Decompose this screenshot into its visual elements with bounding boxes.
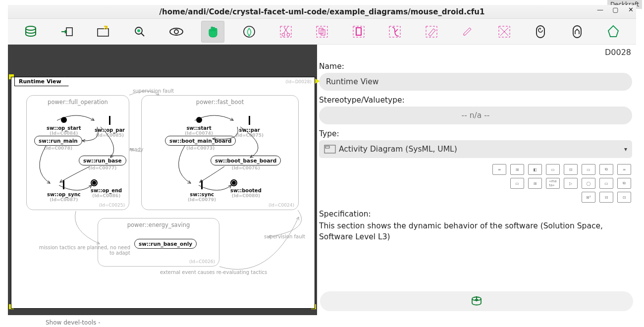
type-icon[interactable]: ≡ (492, 164, 506, 175)
main-window: /home/andi/Code/crystal-facet-uml-code/e… (8, 5, 636, 315)
type-icon[interactable]: ▭ (546, 164, 560, 175)
svg-rect-2 (98, 29, 108, 36)
type-icon[interactable]: ⊞ (510, 164, 524, 175)
diagram-canvas-area[interactable]: ▸ Runtime View (Id=D0028) power::full_op… (8, 45, 317, 315)
svg-rect-11 (317, 26, 327, 37)
type-icon[interactable]: «meta» (546, 178, 560, 189)
export-button[interactable] (55, 21, 79, 43)
edge-supervision-fault-2: supervision fault (264, 234, 305, 239)
paste-button[interactable] (347, 21, 371, 43)
db-button[interactable] (19, 21, 43, 43)
stereotype-field[interactable]: -- n/a -- (319, 107, 632, 124)
type-icon[interactable]: ◯ (582, 178, 595, 189)
node-par[interactable]: sw::par (235, 127, 264, 133)
region-energy-label: power::energy_saving (98, 221, 219, 228)
svg-rect-17 (426, 26, 437, 37)
type-label: Type: (319, 129, 632, 138)
region-fast-boot-label: power::fast_boot (142, 99, 298, 106)
node-run-base-only[interactable]: sw::run_base_only (134, 239, 197, 249)
diagram-title: Runtime View (14, 77, 69, 86)
node-run-main[interactable]: sw::run_main (34, 136, 82, 146)
type-select[interactable]: Activity Diagram (SysML, UML) ▾ (319, 140, 632, 158)
commit-button[interactable] (320, 291, 633, 311)
svg-rect-1 (66, 28, 72, 36)
svg-rect-20 (573, 26, 581, 38)
edge-mission: mission tactics are planned, no need to … (36, 245, 130, 256)
svg-point-9 (282, 33, 285, 36)
name-label: Name: (319, 62, 632, 71)
new-window-button[interactable] (92, 21, 115, 43)
diagram-canvas: Runtime View (Id=D0028) power::full_oper… (11, 77, 315, 309)
hand-tool-button[interactable] (201, 21, 225, 43)
type-icon[interactable]: ⊟ (564, 164, 578, 175)
svg-point-4 (137, 29, 140, 32)
diagram-id: (Id=D0028) (285, 79, 312, 84)
window-title: /home/andi/Code/crystal-facet-uml-code/e… (160, 7, 485, 16)
undo-button[interactable] (529, 21, 553, 43)
highlight-button[interactable] (420, 21, 443, 43)
chevron-down-icon: ▾ (624, 146, 627, 153)
type-icon[interactable]: ⊡ (617, 192, 631, 203)
edge-supervision-fault-1: supervision fault (133, 88, 174, 94)
svg-point-10 (287, 33, 290, 36)
maximize-button[interactable]: ▢ (612, 6, 619, 13)
type-icon[interactable]: ▷ (564, 178, 578, 189)
type-icon[interactable]: ◧ (528, 164, 542, 175)
region-full-op-label: power::full_operation (27, 99, 129, 106)
type-icon[interactable]: ⧉ (617, 178, 631, 189)
node-boot-base[interactable]: sw::boot_base_board (211, 156, 281, 165)
type-icon[interactable]: ⊞² (582, 192, 595, 203)
view-button[interactable] (164, 21, 188, 43)
minimize-button[interactable]: — (597, 6, 603, 13)
svg-point-0 (26, 26, 36, 30)
type-icon[interactable]: ⊟ (599, 192, 613, 203)
node-boot-main[interactable]: sw::boot_main_board (165, 136, 236, 146)
type-icon-grid: ≡ ⊞ ◧ ▭ ⊟ ▭ ⧉ ∞ ▭ ⊞ «meta» ▷ ◯ ▭ ⧉ (319, 164, 632, 203)
edge-external: external event causes re-evaluating tact… (160, 270, 267, 275)
edge-ready: ready (129, 147, 143, 152)
svg-point-6 (174, 30, 178, 34)
node-op-sync[interactable]: sw::op_sync (47, 192, 81, 197)
create-button[interactable] (237, 21, 261, 43)
behind-text: Show devel-tools - (46, 319, 100, 326)
node-op-end[interactable]: sw::op_end (91, 188, 122, 193)
about-button[interactable] (602, 21, 626, 43)
svg-point-5 (170, 28, 183, 35)
redo-button[interactable] (565, 21, 589, 43)
svg-rect-19 (537, 26, 544, 38)
copy-button[interactable] (310, 21, 334, 43)
type-icon[interactable]: ▭ (510, 178, 524, 189)
stereotype-label: Stereotype/Valuetype: (319, 96, 632, 105)
type-icon[interactable]: ⧉ (599, 164, 613, 175)
search-button[interactable] (128, 21, 152, 43)
node-run-base[interactable]: sw::run_base (79, 156, 126, 165)
node-op-start[interactable]: sw::op_start (47, 125, 81, 131)
type-icon[interactable]: ▭ (599, 178, 613, 189)
properties-panel: D0028 Name: Runtime View Stereotype/Valu… (317, 45, 636, 315)
svg-rect-15 (356, 28, 361, 35)
node-booted[interactable]: sw::booted (230, 188, 262, 193)
type-icon[interactable]: ∞ (617, 164, 631, 175)
spec-label: Specification: (319, 210, 632, 218)
node-start[interactable]: sw::start (185, 125, 213, 131)
svg-rect-22 (325, 146, 329, 148)
name-field[interactable]: Runtime View (319, 73, 632, 91)
type-icon[interactable]: ▭ (582, 164, 595, 175)
region-fast-boot[interactable]: power::fast_boot (Id=C0024) (141, 95, 299, 210)
titlebar: /home/andi/Code/crystal-facet-uml-code/e… (8, 5, 636, 19)
node-sync[interactable]: sw::sync (188, 192, 216, 197)
toolbar (8, 19, 636, 45)
delete-button[interactable] (383, 21, 407, 43)
edit-button[interactable] (456, 21, 480, 43)
spec-text[interactable]: This section shows the dynamic behavior … (319, 220, 622, 243)
node-op-par[interactable]: sw::op_par (95, 127, 125, 133)
type-icon[interactable]: ⊞ (528, 178, 542, 189)
element-id: D0028 (319, 48, 632, 57)
cut-button[interactable] (274, 21, 298, 43)
reset-button[interactable] (492, 21, 516, 43)
close-button[interactable]: ✕ (628, 6, 634, 13)
